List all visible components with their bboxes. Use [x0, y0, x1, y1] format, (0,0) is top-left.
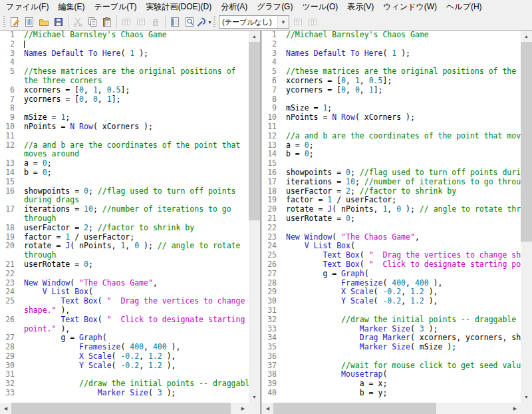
code-line[interactable]: 6xcorners = [0, 1, 0.5]; — [262, 77, 521, 86]
code-line[interactable]: 26 Text Box( " Click to designate starti… — [262, 260, 521, 270]
code-line[interactable]: 8 — [0, 104, 249, 113]
code-line[interactable]: through — [0, 251, 249, 260]
code-line[interactable]: 1//Michael Barnsley's Chaos Game — [0, 31, 249, 40]
tools-menu-button[interactable]: ▼ — [197, 15, 211, 29]
code-line[interactable]: 9mSize = 1; — [0, 113, 249, 122]
code-line[interactable]: 24 V List Box( — [0, 288, 249, 297]
horizontal-scroll-thumb-right[interactable] — [273, 403, 436, 414]
code-line[interactable]: 4 — [262, 58, 521, 67]
scroll-right-icon[interactable]: ▶ — [509, 403, 521, 414]
vertical-scroll-thumb-right[interactable] — [521, 42, 532, 242]
code-line[interactable]: 7ycorners = [0, 0, 1]; — [262, 86, 521, 95]
scroll-down-icon[interactable]: ▼ — [521, 391, 532, 403]
code-line[interactable]: 27 g = Graph( — [0, 333, 249, 343]
vertical-scroll-track-left[interactable] — [249, 42, 260, 391]
code-line[interactable]: 32 //draw the initial points -- draggabl… — [0, 379, 249, 389]
code-line[interactable]: 22 — [262, 224, 521, 233]
code-line[interactable]: 8 — [262, 95, 521, 104]
code-line[interactable]: through — [0, 214, 249, 224]
code-line[interactable]: 15 — [0, 178, 249, 187]
code-line[interactable]: 29 X Scale( -0.2, 1.2 ), — [0, 352, 249, 361]
code-line[interactable]: 40 b = y; — [262, 389, 521, 398]
code-line[interactable]: 19factor = 1 / userFactor; — [262, 196, 521, 205]
code-line[interactable]: 9mSize = 1; — [262, 104, 521, 113]
code-line[interactable]: 3Names Default To Here( 1 ); — [262, 49, 521, 59]
code-line[interactable]: 30 Y Scale( -0.2, 1.2 ), — [262, 297, 521, 306]
code-line[interactable]: 38 Mousetrap( — [262, 370, 521, 379]
code-line[interactable]: 31 — [262, 306, 521, 315]
code-line[interactable]: 28 Framesize( 400, 400 ), — [0, 343, 249, 352]
menu-item-graph[interactable]: グラフ(G) — [252, 0, 297, 14]
code-line[interactable]: 33 Marker Size( 3 ); — [262, 325, 521, 334]
code-line[interactable]: 2 — [262, 40, 521, 49]
scroll-left-icon[interactable]: ◀ — [0, 403, 11, 414]
code-line[interactable]: 23New Window( "The Chaos Game", — [0, 279, 249, 288]
code-line[interactable]: 14b = 0; — [262, 150, 521, 159]
code-line[interactable]: 5//these matrices are the original posit… — [262, 67, 521, 77]
code-line[interactable]: 13a = 0; — [0, 159, 249, 168]
code-line[interactable]: 21userRotate = 0; — [0, 260, 249, 270]
code-line[interactable]: 31 — [0, 370, 249, 379]
vertical-scroll-track-right[interactable] — [521, 42, 532, 391]
code-line[interactable]: 29 X Scale( -0.2, 1.2 ), — [262, 288, 521, 297]
code-line[interactable]: 36 — [262, 352, 521, 361]
open-button[interactable] — [37, 15, 51, 29]
code-line[interactable]: 10nPoints = N Row( xCorners ); — [262, 113, 521, 122]
menu-item-doe[interactable]: 実験計画(DOE)(D) — [142, 0, 217, 14]
code-line[interactable]: 14b = 0; — [0, 168, 249, 178]
new-data-table-button[interactable] — [22, 15, 37, 29]
current-table-combo[interactable]: (テーブルなし)▼ — [219, 15, 289, 29]
code-line[interactable]: 34 Drag Marker( xcorners, ycorners, show… — [262, 333, 521, 343]
code-line[interactable]: 11 — [0, 132, 249, 141]
save-button[interactable] — [51, 15, 66, 29]
menu-item-window[interactable]: ウィンドウ(W) — [378, 0, 442, 14]
vertical-scroll-thumb-left[interactable] — [249, 42, 260, 220]
code-line[interactable]: 7ycorners = [0, 0, 1]; — [0, 95, 249, 104]
code-line[interactable]: 20rotate = J( nPoints, 1, 0 ); // angle … — [262, 205, 521, 214]
journal-button[interactable] — [168, 15, 182, 29]
code-line[interactable]: the three corners — [0, 77, 249, 86]
paste-button[interactable] — [100, 15, 114, 29]
code-line[interactable]: 30 Y Scale( -0.2, 1.2 ), — [0, 361, 249, 371]
code-line[interactable]: 6xcorners = [0, 1, 0.5]; — [0, 86, 249, 95]
code-line[interactable]: 12//a and b are the coordinates of the p… — [0, 141, 249, 150]
code-line[interactable]: shape." ), — [0, 306, 249, 315]
copy-button[interactable] — [85, 15, 100, 29]
script-editor-pane-left[interactable]: 1//Michael Barnsley's Chaos Game23Names … — [0, 31, 260, 414]
toolbar-grip[interactable] — [213, 16, 215, 28]
code-line[interactable]: point." ), — [0, 325, 249, 334]
code-line[interactable]: 1//Michael Barnsley's Chaos Game — [262, 31, 521, 40]
toolbar-grip[interactable] — [3, 16, 5, 28]
scroll-right-icon[interactable]: ▶ — [237, 403, 249, 414]
code-line[interactable]: 32 //draw the initial points -- draggabl… — [262, 315, 521, 325]
code-line[interactable]: 35 Marker Size( mSize ); — [262, 343, 521, 352]
code-line[interactable]: 4 — [0, 58, 249, 67]
code-line[interactable]: 17iterations = 10; //number of iteration… — [262, 178, 521, 187]
script-editor-pane-right[interactable]: 1//Michael Barnsley's Chaos Game23Names … — [262, 31, 532, 414]
code-line[interactable]: 17iterations = 10; //number of iteration… — [0, 205, 249, 214]
new-script-button[interactable] — [7, 15, 22, 29]
code-line[interactable]: 11 — [262, 122, 521, 132]
menu-item-edit[interactable]: 編集(E) — [53, 0, 89, 14]
code-line[interactable]: 39 a = x; — [262, 379, 521, 389]
code-line[interactable]: 18userFactor = 2; //factor to shrink by — [0, 224, 249, 233]
code-line[interactable]: 16showpoints = 0; //flag used to turn of… — [262, 168, 521, 178]
code-line[interactable]: 12//a and b are the coordinates of the p… — [262, 132, 521, 141]
menu-item-analyze[interactable]: 分析(A) — [216, 0, 252, 14]
scroll-left-icon[interactable]: ◀ — [262, 403, 273, 414]
code-line[interactable]: 16showpoints = 0; //flag used to turn of… — [0, 187, 249, 196]
vertical-scrollbar-right[interactable]: ▲ ▼ — [521, 31, 532, 403]
code-line[interactable]: 23New Window( "The Chaos Game", — [262, 233, 521, 242]
code-line[interactable]: 25 Text Box( " Drag the vertices to chan… — [262, 251, 521, 260]
code-line[interactable]: 24 V List Box( — [262, 242, 521, 251]
code-line[interactable]: 15 — [262, 159, 521, 168]
code-area-right[interactable]: 1//Michael Barnsley's Chaos Game23Names … — [262, 31, 521, 403]
scroll-up-icon[interactable]: ▲ — [521, 31, 532, 42]
code-line[interactable]: during drags — [0, 196, 249, 205]
code-line[interactable]: 2 — [0, 40, 249, 49]
code-line[interactable]: 20rotate = J( nPoints, 1, 0 ); // angle … — [0, 242, 249, 251]
layout-button[interactable] — [182, 15, 197, 29]
code-line[interactable]: 13a = 0; — [262, 141, 521, 150]
menu-item-view[interactable]: 表示(V) — [342, 0, 378, 14]
code-line[interactable]: 18userFactor = 2; //factor to shrink by — [262, 187, 521, 196]
